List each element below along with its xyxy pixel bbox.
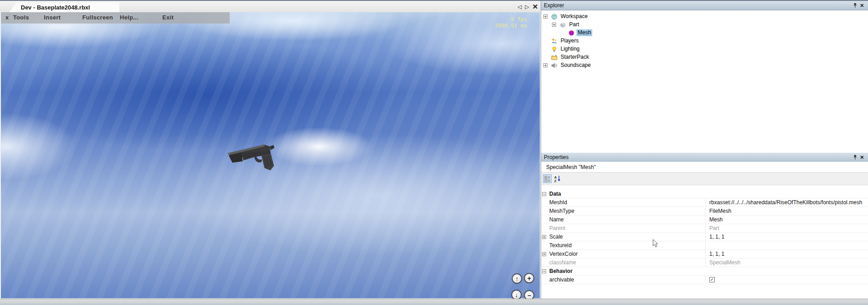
viewport-3d-canvas[interactable]: x ToolsInsertFullscreenHelp...Exit 0 fps… [0, 12, 541, 300]
section-title: Data [547, 190, 705, 198]
explorer-close-icon[interactable]: ✕ [859, 2, 865, 9]
property-value: SpecialMesh [706, 258, 868, 267]
explorer-panel: Explorer ✕ +Workspace+PartMeshPlayersLig… [541, 1, 868, 153]
property-name: TextureId [547, 241, 706, 249]
tab-scroll-right-icon[interactable]: ▷ [525, 3, 529, 10]
tree-item-part[interactable]: +Part [541, 21, 868, 29]
section-value-space [705, 267, 868, 275]
alphabetical-sort-button[interactable]: A Z [553, 174, 562, 183]
frame-ms-value: 2009.91 ms [495, 23, 527, 29]
property-gutter [541, 207, 547, 215]
status-strip [0, 299, 868, 305]
property-section-behavior[interactable]: -Behavior [541, 267, 868, 276]
properties-title: Properties [544, 154, 569, 160]
expand-icon[interactable]: + [542, 252, 546, 256]
menu-item-help[interactable]: Help... [120, 14, 138, 21]
roblox-studio-window: Dev - Baseplate2048.rbxl ◁ ▷ ✕ x ToolsIn… [0, 0, 868, 305]
pin-icon[interactable] [852, 154, 859, 160]
workspace-globe-icon [551, 14, 557, 20]
property-gutter: + [541, 233, 547, 241]
expand-icon[interactable]: + [542, 235, 546, 239]
tree-item-label[interactable]: StarterPack [559, 54, 590, 61]
tab-navigation: ◁ ▷ ✕ [518, 3, 538, 10]
property-gutter [541, 276, 547, 284]
viewport-menubar: x ToolsInsertFullscreenHelp...Exit [1, 12, 230, 23]
camera-controls: ↑+↓− [511, 273, 537, 301]
tree-item-lighting[interactable]: Lighting [541, 45, 868, 53]
property-row-vertexcolor[interactable]: +VertexColor1, 1, 1 [541, 250, 868, 258]
tree-item-label[interactable]: Players [559, 38, 580, 44]
tree-item-players[interactable]: Players [541, 37, 868, 45]
property-value[interactable]: ✓ [706, 276, 868, 284]
tree-item-soundscape[interactable]: +Soundscape [541, 61, 868, 70]
property-row-meshtype[interactable]: MeshTypeFileMesh [541, 207, 868, 216]
property-value[interactable]: 1, 1, 1 [706, 250, 868, 258]
property-row-classname[interactable]: classNameSpecialMesh [541, 258, 868, 267]
property-row-scale[interactable]: +Scale1, 1, 1 [541, 233, 868, 241]
tree-item-mesh[interactable]: Mesh [541, 29, 868, 37]
properties-close-icon[interactable]: ✕ [859, 154, 865, 160]
property-gutter: + [541, 250, 547, 258]
expander-plus-icon[interactable]: + [543, 14, 547, 19]
tree-item-label[interactable]: Mesh [576, 29, 592, 36]
tree-item-starterpack[interactable]: StarterPack [541, 53, 868, 61]
svg-text:Z: Z [554, 179, 557, 183]
fps-overlay: 0 fps 2009.91 ms [495, 16, 527, 29]
explorer-header: Explorer ✕ [541, 1, 868, 10]
pin-icon[interactable] [852, 2, 859, 9]
menu-item-tools[interactable]: Tools [13, 14, 29, 21]
explorer-tree: +Workspace+PartMeshPlayersLightingStarte… [541, 10, 868, 70]
property-row-name[interactable]: NameMesh [541, 216, 868, 224]
tree-item-label[interactable]: Lighting [559, 46, 581, 52]
menu-item-exit[interactable]: Exit [162, 14, 174, 21]
property-gutter [541, 258, 547, 267]
tab-close-icon[interactable]: ✕ [532, 3, 538, 10]
soundscape-icon [551, 62, 557, 69]
property-row-archivable[interactable]: archivable✓ [541, 276, 868, 284]
tree-item-label[interactable]: Workspace [559, 13, 589, 20]
property-gutter [541, 198, 547, 206]
tab-scroll-left-icon[interactable]: ◁ [518, 3, 522, 10]
document-tabbar: Dev - Baseplate2048.rbxl ◁ ▷ ✕ [0, 1, 541, 13]
tree-item-label[interactable]: Part [568, 21, 580, 28]
tab-dev-baseplate[interactable]: Dev - Baseplate2048.rbxl [9, 2, 119, 12]
property-row-parent[interactable]: ParentPart [541, 224, 868, 233]
tree-item-label[interactable]: Soundscape [559, 62, 592, 69]
property-value[interactable]: FileMesh [706, 207, 868, 215]
starterpack-icon [551, 54, 557, 61]
menu-item-fullscreen[interactable]: Fullscreen [82, 14, 113, 21]
pan-up-button[interactable]: ↑ [512, 273, 522, 284]
selected-object-box[interactable]: SpecialMesh "Mesh" [541, 162, 868, 173]
expander-plus-icon[interactable]: + [552, 23, 556, 27]
property-value: Part [706, 224, 868, 232]
property-name: Parent [547, 224, 706, 232]
property-value[interactable]: rbxasset://../../../shareddata/RiseOfThe… [706, 198, 868, 206]
lighting-icon [551, 46, 557, 52]
checkbox-checked-icon[interactable]: ✓ [709, 277, 715, 282]
property-name: MeshType [547, 207, 706, 215]
expander-plus-icon[interactable]: + [543, 63, 547, 67]
property-value[interactable] [706, 241, 868, 249]
players-icon [551, 38, 557, 44]
tab-title: Dev - Baseplate2048.rbxl [21, 4, 90, 11]
property-gutter [541, 224, 547, 232]
section-gutter: - [541, 190, 547, 198]
categorized-view-button[interactable] [543, 174, 552, 183]
collapse-icon[interactable]: - [542, 269, 546, 273]
mesh-icon [568, 30, 575, 36]
properties-header: Properties ✕ [541, 153, 868, 162]
property-section-data[interactable]: -Data [541, 190, 868, 198]
menu-item-insert[interactable]: Insert [44, 14, 61, 21]
pistol-mesh-object[interactable] [226, 141, 278, 174]
property-name: Scale [547, 233, 706, 241]
property-row-textureid[interactable]: TextureId [541, 241, 868, 250]
selected-object-label: SpecialMesh "Mesh" [546, 164, 596, 170]
menubar-close-icon[interactable]: x [5, 14, 9, 21]
zoom-in-button[interactable]: + [524, 273, 534, 283]
property-value[interactable]: Mesh [706, 216, 868, 224]
properties-toolbar: A Z [541, 173, 868, 185]
tree-item-workspace[interactable]: +Workspace [541, 13, 868, 21]
property-row-meshid[interactable]: MeshIdrbxasset://../../../shareddata/Ris… [541, 198, 868, 207]
property-value[interactable]: 1, 1, 1 [706, 233, 868, 241]
collapse-icon[interactable]: - [542, 192, 546, 196]
